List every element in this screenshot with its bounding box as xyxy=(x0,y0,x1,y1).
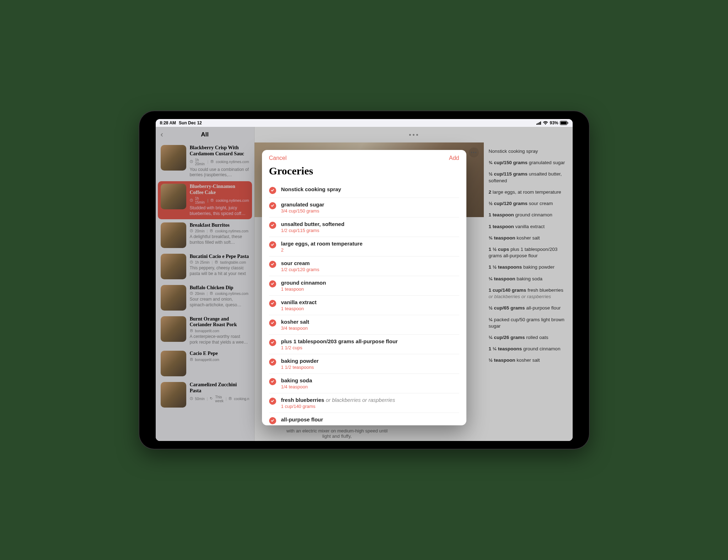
grocery-name: baking soda xyxy=(281,377,459,383)
check-icon[interactable] xyxy=(269,339,276,346)
grocery-row[interactable]: large eggs, at room temperature2 xyxy=(269,237,459,257)
grocery-name: large eggs, at room temperature xyxy=(281,241,459,247)
grocery-quantity: 3/4 teaspoon xyxy=(281,325,459,331)
svg-rect-5 xyxy=(561,122,567,124)
grocery-quantity: 1 teaspoon xyxy=(281,306,459,311)
grocery-quantity: 1/2 cup/120 grams xyxy=(281,267,459,272)
grocery-row[interactable]: Nonstick cooking spray xyxy=(269,183,459,198)
svg-rect-2 xyxy=(539,122,540,125)
check-icon[interactable] xyxy=(269,319,276,327)
grocery-row[interactable]: baking soda1/4 teaspoon xyxy=(269,374,459,393)
cellular-icon xyxy=(536,121,541,125)
grocery-quantity: 1 cup/140 grams xyxy=(281,404,459,409)
grocery-row[interactable]: kosher salt3/4 teaspoon xyxy=(269,315,459,335)
grocery-name: plus 1 tablespoon/203 grams all-purpose … xyxy=(281,338,459,344)
grocery-row[interactable]: sour cream1/2 cup/120 grams xyxy=(269,257,459,276)
grocery-row[interactable]: all-purpose flour xyxy=(269,413,459,425)
grocery-quantity: 1/4 teaspoon xyxy=(281,384,459,389)
grocery-name: all-purpose flour xyxy=(281,416,459,422)
status-time: 8:28 AM xyxy=(160,120,176,125)
check-icon[interactable] xyxy=(269,261,276,268)
grocery-name: unsalted butter, softened xyxy=(281,221,459,227)
grocery-name: kosher salt xyxy=(281,319,459,325)
battery-icon xyxy=(560,121,568,125)
svg-rect-1 xyxy=(538,123,539,125)
grocery-quantity: 3/4 cup/150 grams xyxy=(281,208,459,214)
battery-percent: 93% xyxy=(550,120,558,125)
check-icon[interactable] xyxy=(269,378,276,385)
modal-title: Groceries xyxy=(262,161,466,183)
check-icon[interactable] xyxy=(269,359,276,366)
grocery-row[interactable]: ground cinnamon1 teaspoon xyxy=(269,276,459,296)
grocery-quantity: 1 1/2 teaspoons xyxy=(281,365,459,370)
grocery-quantity: 2 xyxy=(281,247,459,253)
grocery-quantity: 1/2 cup/115 grams xyxy=(281,228,459,233)
grocery-name: fresh blueberries or blackberries or ras… xyxy=(281,397,459,403)
svg-rect-0 xyxy=(536,124,537,125)
grocery-name: granulated sugar xyxy=(281,201,459,208)
grocery-name: sour cream xyxy=(281,260,459,266)
app-body: ‹ All Blackberry Crisp With Cardamom Cus… xyxy=(156,127,573,441)
grocery-quantity: 1 1/2 cups xyxy=(281,345,459,350)
cancel-button[interactable]: Cancel xyxy=(269,155,287,161)
check-icon[interactable] xyxy=(269,222,276,229)
status-bar: 8:28 AM Sun Dec 12 93% xyxy=(156,119,573,127)
svg-rect-6 xyxy=(567,122,568,124)
check-icon[interactable] xyxy=(269,280,276,287)
grocery-row[interactable]: granulated sugar3/4 cup/150 grams xyxy=(269,198,459,217)
svg-rect-3 xyxy=(540,122,541,125)
check-icon[interactable] xyxy=(269,187,276,194)
grocery-quantity: 1 teaspoon xyxy=(281,286,459,292)
check-icon[interactable] xyxy=(269,398,276,405)
grocery-row[interactable]: fresh blueberries or blackberries or ras… xyxy=(269,393,459,413)
check-icon[interactable] xyxy=(269,417,276,424)
grocery-name: baking powder xyxy=(281,358,459,364)
groceries-modal: Cancel Add Groceries Nonstick cooking sp… xyxy=(262,150,466,425)
check-icon[interactable] xyxy=(269,202,276,209)
check-icon[interactable] xyxy=(269,300,276,307)
grocery-row[interactable]: baking powder1 1/2 teaspoons xyxy=(269,354,459,374)
grocery-row[interactable]: vanilla extract1 teaspoon xyxy=(269,296,459,315)
modal-overlay[interactable]: Cancel Add Groceries Nonstick cooking sp… xyxy=(156,127,573,441)
wifi-icon xyxy=(543,121,548,125)
ipad-frame: 8:28 AM Sun Dec 12 93% ‹ All xyxy=(139,111,589,449)
add-button[interactable]: Add xyxy=(449,155,459,161)
status-date: Sun Dec 12 xyxy=(179,120,202,125)
grocery-row[interactable]: unsalted butter, softened1/2 cup/115 gra… xyxy=(269,217,459,237)
grocery-name: vanilla extract xyxy=(281,299,459,305)
grocery-name: Nonstick cooking spray xyxy=(281,186,459,192)
grocery-row[interactable]: plus 1 tablespoon/203 grams all-purpose … xyxy=(269,335,459,354)
screen: 8:28 AM Sun Dec 12 93% ‹ All xyxy=(156,119,573,441)
check-icon[interactable] xyxy=(269,241,276,248)
grocery-list[interactable]: Nonstick cooking spraygranulated sugar3/… xyxy=(262,183,466,425)
grocery-name: ground cinnamon xyxy=(281,280,459,286)
